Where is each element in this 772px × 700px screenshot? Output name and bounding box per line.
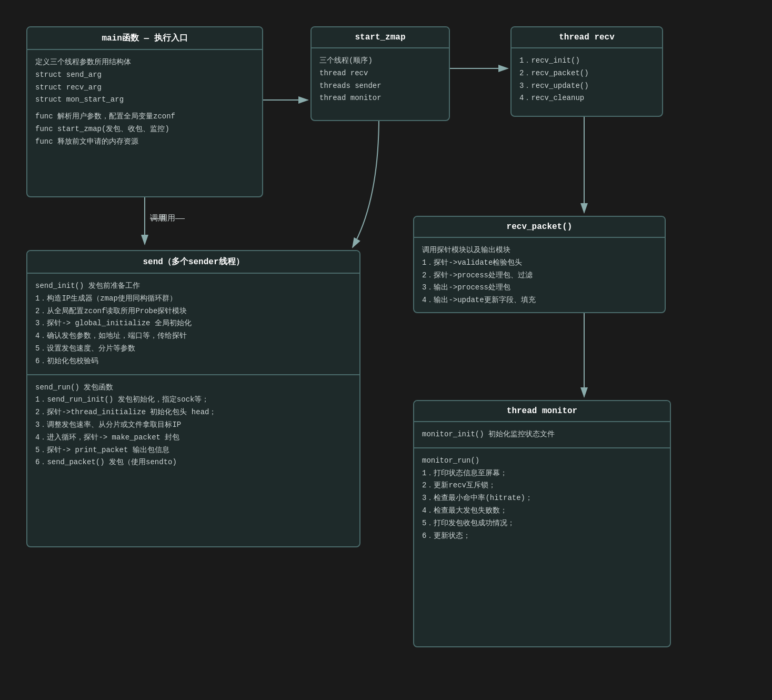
- main-box: main函数 — 执行入口 定义三个线程参数所用结构体 struct send_…: [26, 26, 263, 197]
- recv-packet-header: recv_packet(): [414, 217, 665, 238]
- thread-recv-content: 1．recv_init() 2．recv_packet() 3．recv_upd…: [512, 48, 662, 111]
- send-section1: send_init() 发包前准备工作 1．构造IP生成器（zmap使用同构循环…: [27, 274, 359, 374]
- send-header: send（多个sender线程）: [27, 251, 359, 274]
- main-box-content: 定义三个线程参数所用结构体 struct send_arg struct rec…: [27, 50, 262, 155]
- recv-packet-content: 调用探针模块以及输出模块 1．探针->validate检验包头 2．探针->pr…: [414, 238, 665, 313]
- thread-recv-box: thread recv 1．recv_init() 2．recv_packet(…: [510, 26, 663, 117]
- thread-monitor-section2: monitor_run() 1．打印状态信息至屏幕； 2．更新recv互斥锁； …: [414, 447, 670, 549]
- start-zmap-box: start_zmap 三个线程(顺序) thread recv threads …: [310, 26, 450, 121]
- call-label-text: ——调用——: [150, 213, 185, 223]
- thread-monitor-section1: monitor_init() 初始化监控状态文件: [414, 422, 670, 447]
- diagram-container: 调用 ——调用—— main函数 — 执行入口 定义三个线程参数所用结构体 st…: [16, 16, 753, 684]
- send-box: send（多个sender线程） send_init() 发包前准备工作 1．构…: [26, 250, 360, 547]
- start-zmap-header: start_zmap: [312, 27, 449, 48]
- start-zmap-content: 三个线程(顺序) thread recv threads sender thre…: [312, 48, 449, 111]
- send-section2: send_run() 发包函数 1．send_run_init() 发包初始化，…: [27, 374, 359, 476]
- main-box-header: main函数 — 执行入口: [27, 27, 262, 50]
- recv-packet-box: recv_packet() 调用探针模块以及输出模块 1．探针->validat…: [413, 216, 666, 313]
- thread-monitor-box: thread monitor monitor_init() 初始化监控状态文件 …: [413, 400, 671, 647]
- thread-monitor-header: thread monitor: [414, 401, 670, 422]
- thread-recv-header: thread recv: [512, 27, 662, 48]
